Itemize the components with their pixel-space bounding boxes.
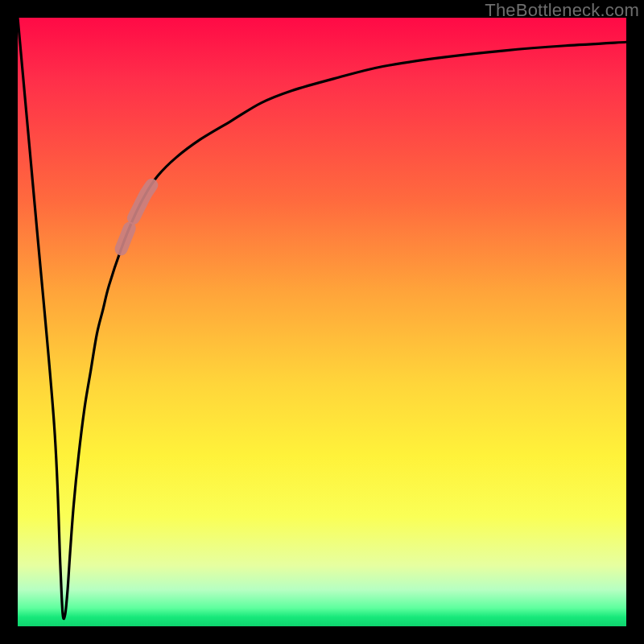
watermark-text: TheBottleneck.com (485, 0, 639, 21)
highlight-segment (122, 229, 130, 250)
curve-layer (18, 18, 626, 626)
plot-area (18, 18, 626, 626)
highlight-segment (134, 185, 151, 218)
bottleneck-curve (18, 18, 626, 619)
chart-frame: TheBottleneck.com (0, 0, 644, 644)
